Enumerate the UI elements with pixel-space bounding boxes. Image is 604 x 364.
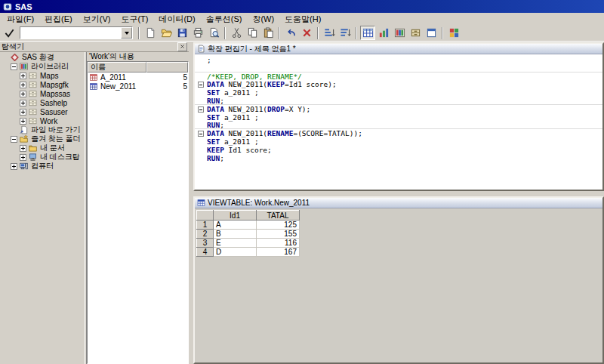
menu-item-edit[interactable]: 편집(E) (39, 13, 78, 26)
table-cell[interactable]: 155 (257, 230, 300, 239)
tree-item-label: Mapsgfk (40, 81, 69, 89)
column-header-id1[interactable]: Id1 (214, 211, 257, 221)
save-button[interactable] (174, 26, 190, 40)
menu-item-tools[interactable]: 도구(T) (116, 13, 153, 26)
fold-collapse-icon[interactable] (198, 82, 204, 88)
explorer-body: SAS 환경라이브러리MapsMapsgfkMapssasSashelpSasu… (0, 52, 189, 364)
code-line[interactable]: DATA NEW_2011(DROP=X Y); (207, 106, 602, 114)
command-combobox[interactable] (20, 26, 133, 39)
main-titlebar[interactable]: SAS (0, 0, 604, 13)
open-folder-button[interactable] (159, 26, 174, 40)
cut-button[interactable] (229, 26, 244, 40)
tree-item-mapsgfk[interactable]: Mapsgfk (0, 80, 85, 89)
code-line[interactable]: DATA NEW_2011(KEEP=Id1 score); (207, 81, 602, 89)
sort-ascending-button[interactable] (322, 26, 337, 40)
fold-collapse-icon[interactable] (198, 131, 204, 137)
viewtable-titlebar[interactable]: VIEWTABLE: Work.New_2011 (195, 198, 602, 208)
new-document-icon (145, 27, 156, 39)
table-cell[interactable]: A (214, 221, 257, 230)
print-button[interactable] (190, 26, 205, 40)
catalog-button[interactable] (408, 26, 423, 40)
code-line[interactable]: KEEP Id1 score; (207, 147, 602, 155)
column-header-blank[interactable] (146, 62, 188, 72)
table-corner-cell[interactable] (197, 211, 214, 221)
table-red-icon (89, 73, 98, 82)
table-cell[interactable]: D (214, 248, 257, 257)
copy-button[interactable] (245, 26, 260, 40)
tree-item-libraries[interactable]: 라이브러리 (0, 62, 85, 71)
tree-item-sasuser[interactable]: Sasuser (0, 107, 85, 116)
explorer-header-label: 탐색기 (2, 42, 24, 52)
delete-button[interactable] (299, 26, 314, 40)
expand-plus-icon[interactable] (20, 91, 26, 97)
code-area[interactable]: ;/*KEEP, DROP, RENAME*/DATA NEW_2011(KEE… (195, 54, 602, 190)
paste-button[interactable] (260, 26, 276, 40)
tree-item-mapssas[interactable]: Mapssas (0, 89, 85, 98)
tree-item-sashelp[interactable]: Sashelp (0, 98, 85, 107)
expand-plus-icon[interactable] (20, 82, 26, 88)
table-cell[interactable]: 167 (257, 248, 300, 257)
library-button[interactable] (392, 26, 407, 40)
viewtable-button[interactable] (360, 26, 375, 40)
explorer-header[interactable]: 탐색기 (0, 42, 189, 52)
contents-rows: A_20115New_20115 (88, 72, 188, 91)
menu-item-file[interactable]: 파일(F) (2, 13, 39, 26)
collapse-minus-icon[interactable] (11, 136, 17, 143)
sort-descending-button[interactable] (337, 26, 353, 40)
code-line[interactable]: ; (207, 57, 602, 65)
menu-item-window[interactable]: 창(W) (247, 13, 279, 26)
menu-item-solutions[interactable]: 솔루션(S) (201, 13, 248, 26)
expand-plus-icon[interactable] (20, 145, 26, 152)
tree-item-computer[interactable]: 컴퓨터 (0, 162, 85, 171)
code-line[interactable]: DATA NEW_2011(RENAME=(SCORE=TATAL)); (207, 130, 602, 138)
combo-dropdown-button[interactable] (121, 27, 132, 39)
new-document-button[interactable] (143, 26, 158, 40)
table-cell[interactable]: 125 (257, 221, 300, 230)
undo-button[interactable] (283, 26, 298, 40)
computer-icon (19, 162, 29, 171)
table-row: 2B155 (197, 230, 300, 239)
editor-body[interactable]: ;/*KEEP, DROP, RENAME*/DATA NEW_2011(KEE… (195, 54, 602, 190)
command-input[interactable] (20, 27, 121, 39)
expand-plus-icon[interactable] (20, 109, 26, 116)
close-explorer-button[interactable] (177, 42, 187, 51)
toolbar-separator (356, 27, 357, 39)
table-cell[interactable]: E (214, 239, 257, 248)
copy-icon (247, 27, 258, 39)
contents-row-a_2011[interactable]: A_20115 (88, 72, 188, 82)
fold-collapse-icon[interactable] (198, 106, 204, 113)
code-line[interactable]: SET a_2011 ; (207, 89, 602, 97)
submit-button[interactable] (446, 26, 461, 40)
contents-row-new_2011[interactable]: New_20115 (88, 82, 188, 91)
menu-item-help[interactable]: 도움말(H) (279, 13, 326, 26)
expand-plus-icon[interactable] (20, 100, 26, 106)
row-number-cell[interactable]: 1 (197, 221, 214, 230)
graphics-button[interactable] (376, 26, 391, 40)
expand-plus-icon[interactable] (11, 163, 17, 170)
table-cell[interactable]: B (214, 230, 257, 239)
column-header-tatal[interactable]: TATAL (257, 211, 300, 221)
dataset-size: 5 (183, 82, 187, 91)
menu-item-view[interactable]: 보기(V) (78, 13, 116, 26)
sas-logo-icon (3, 2, 12, 11)
table-row: 3E116 (197, 239, 300, 248)
row-number-cell[interactable]: 2 (197, 230, 214, 239)
code-line[interactable]: SET a_2011 ; (207, 114, 602, 122)
command-check-button[interactable] (2, 26, 17, 40)
row-number-cell[interactable]: 3 (197, 239, 214, 248)
editor-titlebar[interactable]: 확장 편집기 - 제목 없음1 * (195, 44, 602, 54)
expand-plus-icon[interactable] (20, 72, 26, 79)
tree-item-maps[interactable]: Maps (0, 71, 85, 80)
column-header-name[interactable]: 이름 (88, 62, 146, 72)
row-number-cell[interactable]: 4 (197, 248, 214, 257)
expand-plus-icon[interactable] (20, 154, 26, 161)
expand-plus-icon[interactable] (20, 118, 26, 125)
collapse-minus-icon[interactable] (11, 63, 17, 70)
print-preview-button[interactable] (206, 26, 221, 40)
menu-item-data[interactable]: 데이터(D) (153, 13, 200, 26)
table-cell[interactable]: 116 (257, 239, 300, 248)
toolbar-separator (442, 27, 443, 39)
toolbar-separator (224, 27, 226, 39)
new-window-button[interactable] (424, 26, 439, 40)
code-line[interactable]: RUN; (207, 155, 602, 163)
